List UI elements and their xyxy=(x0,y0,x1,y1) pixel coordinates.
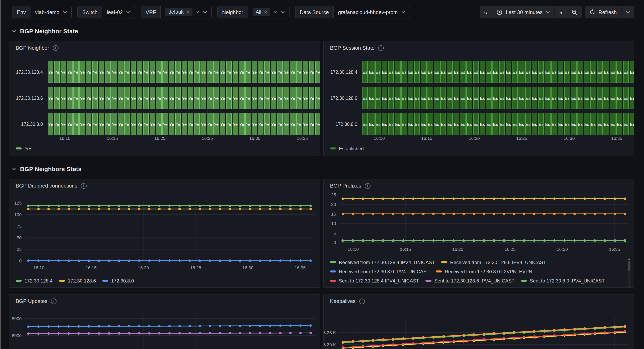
state-cell: Es xyxy=(408,113,414,135)
state-cell: Es xyxy=(590,61,596,83)
state-cell: Es xyxy=(388,113,394,135)
legend-item[interactable]: Sent to 172.30.8.0 IPV4_UNICAST xyxy=(521,276,605,285)
legend-item[interactable]: Sent to 172.30.128.6 IPV4_UNICAST xyxy=(426,276,514,285)
state-cell: Ye xyxy=(207,87,213,109)
state-cell: Es xyxy=(440,87,446,109)
legend-color-pill xyxy=(436,271,442,273)
state-cell: Ye xyxy=(118,113,124,135)
panel-title[interactable]: BGP Prefixes xyxy=(330,183,361,189)
state-cell: Ye xyxy=(156,113,162,135)
legend-color-pill xyxy=(59,280,65,282)
panel-title[interactable]: BGP Session State xyxy=(330,45,374,51)
clear-selection-icon[interactable]: × xyxy=(274,9,277,15)
state-cell: Ye xyxy=(156,61,162,83)
panel-header: BGP Updates i xyxy=(16,298,316,304)
legend-item[interactable]: Yes xyxy=(16,144,32,153)
state-cell: Ye xyxy=(86,87,92,109)
state-cell: Ye xyxy=(188,113,194,135)
variable-value[interactable]: leaf-02 xyxy=(102,6,135,18)
state-cell: Es xyxy=(578,61,583,83)
x-axis-label: 16:15 xyxy=(107,136,118,141)
state-cell: Ye xyxy=(302,61,308,83)
variable-switch[interactable]: Switchleaf-02 xyxy=(78,5,135,18)
legend-item[interactable]: Received from 172.30.8.0 IPV4_UNICAST xyxy=(330,267,430,276)
variable-controls: Envvlab-demoSwitchleaf-02VRFdefault××Nei… xyxy=(12,5,410,18)
selected-option-chip[interactable]: default× xyxy=(165,8,192,16)
info-icon[interactable]: i xyxy=(51,298,57,304)
state-cell: Ye xyxy=(48,113,53,135)
variable-data-source[interactable]: Data Sourcegrafanacloud-hhdev-prom xyxy=(295,5,410,18)
legend-item[interactable]: 172.30.128.4 xyxy=(16,276,52,285)
refresh-button[interactable]: Refresh xyxy=(585,5,621,18)
state-cell: Es xyxy=(460,61,466,83)
legend-item[interactable]: Sent to 172.30.128.4 IPV4_UNICAST xyxy=(330,276,419,285)
clear-selection-icon[interactable]: × xyxy=(196,9,199,15)
state-cell: Es xyxy=(506,61,512,83)
remove-option-icon[interactable]: × xyxy=(264,9,267,15)
state-cell: Ye xyxy=(92,113,98,135)
state-cell: Es xyxy=(369,113,374,135)
section-bgp-neighbor-state[interactable]: BGP Neighbor State xyxy=(12,25,78,37)
scrollbar-track[interactable] xyxy=(628,261,631,285)
remove-option-icon[interactable]: × xyxy=(186,9,189,15)
panel-title[interactable]: BGP Neighbor xyxy=(16,45,49,51)
selected-option-chip[interactable]: All× xyxy=(252,8,270,16)
variable-value[interactable]: All×× xyxy=(248,6,289,18)
x-axis-label: 16:30 xyxy=(249,136,260,141)
state-cell: Ye xyxy=(194,87,200,109)
svg-text:16:10: 16:10 xyxy=(33,265,44,270)
scroll-down-icon[interactable]: ▼ xyxy=(628,285,630,288)
info-icon[interactable]: i xyxy=(359,298,365,304)
legend-scrollbar[interactable]: ▲▼ xyxy=(627,257,631,288)
state-cell: Ye xyxy=(188,61,194,83)
state-cell: Es xyxy=(401,61,407,83)
time-zoom-out-button[interactable] xyxy=(567,5,582,18)
variable-neighbor[interactable]: NeighborAll×× xyxy=(217,5,290,18)
panel-title[interactable]: BGP Dropped connections xyxy=(16,183,77,189)
time-shift-forward-button[interactable]: » xyxy=(554,5,567,18)
refresh-interval-dropdown[interactable] xyxy=(621,5,634,18)
state-cell: Es xyxy=(408,61,414,83)
variable-vrf[interactable]: VRFdefault×× xyxy=(141,5,212,18)
variable-value[interactable]: vlab-demo xyxy=(31,6,72,18)
legend-item[interactable]: 172.30.128.6 xyxy=(59,276,96,285)
variable-value[interactable]: grafanacloud-hhdev-prom xyxy=(334,6,410,18)
left-edge-divider[interactable] xyxy=(0,0,1,349)
legend-item[interactable]: Received from 172.30.8.0 L2VPN_EVPN xyxy=(436,267,532,276)
chevron-down-icon xyxy=(402,11,406,13)
variable-value[interactable]: default×× xyxy=(161,6,211,18)
info-icon[interactable]: i xyxy=(378,45,384,51)
chart-canvas: 025507510012516:1016:1516:2016:2516:3016… xyxy=(9,198,320,277)
scrollbar-thumb[interactable] xyxy=(628,261,630,271)
section-bgp-neighbors-stats[interactable]: BGP Neighbors Stats xyxy=(12,163,82,175)
svg-text:0: 0 xyxy=(334,240,336,245)
legend-item[interactable]: Received from 172.30.128.4 IPV4_UNICAST xyxy=(330,258,435,267)
panel-header: Keepalives i xyxy=(330,298,630,304)
state-cell: Ye xyxy=(99,87,104,109)
panel-header: BGP Neighbor i xyxy=(16,45,316,51)
state-cell: Es xyxy=(597,87,603,109)
info-icon[interactable]: i xyxy=(81,183,86,189)
state-cell: Es xyxy=(492,113,498,135)
legend-item[interactable]: Received from 172.30.128.6 IPV4_UNICAST xyxy=(441,258,546,267)
state-cell: Es xyxy=(401,87,407,109)
legend-item[interactable]: 172.30.8.0 xyxy=(102,276,134,285)
x-axis-label: 16:25 xyxy=(516,136,527,141)
state-cell: Ye xyxy=(182,113,187,135)
time-range-picker[interactable]: Last 30 minutes xyxy=(492,5,554,18)
info-icon[interactable]: i xyxy=(53,45,58,51)
state-cell: Ye xyxy=(226,113,232,135)
x-axis-label: 16:25 xyxy=(202,136,213,141)
timeline-cells: EsEsEsEsEsEsEsEsEsEsEsEsEsEsEsEsEsEsEsEs… xyxy=(362,61,634,83)
panel-title[interactable]: Keepalives xyxy=(330,298,356,304)
legend-item[interactable]: Sent to 172.30.8.0 L2VPN_EVPN xyxy=(330,285,410,288)
variable-env[interactable]: Envvlab-demo xyxy=(12,5,72,18)
svg-text:20: 20 xyxy=(331,202,336,207)
scroll-up-icon[interactable]: ▲ xyxy=(628,257,630,261)
variable-current-value: leaf-02 xyxy=(107,9,123,15)
info-icon[interactable]: i xyxy=(365,183,370,189)
legend-item[interactable]: Established xyxy=(330,144,364,153)
state-cell: Ye xyxy=(175,87,181,109)
time-shift-back-button[interactable]: « xyxy=(480,5,492,18)
panel-title[interactable]: BGP Updates xyxy=(16,298,48,304)
